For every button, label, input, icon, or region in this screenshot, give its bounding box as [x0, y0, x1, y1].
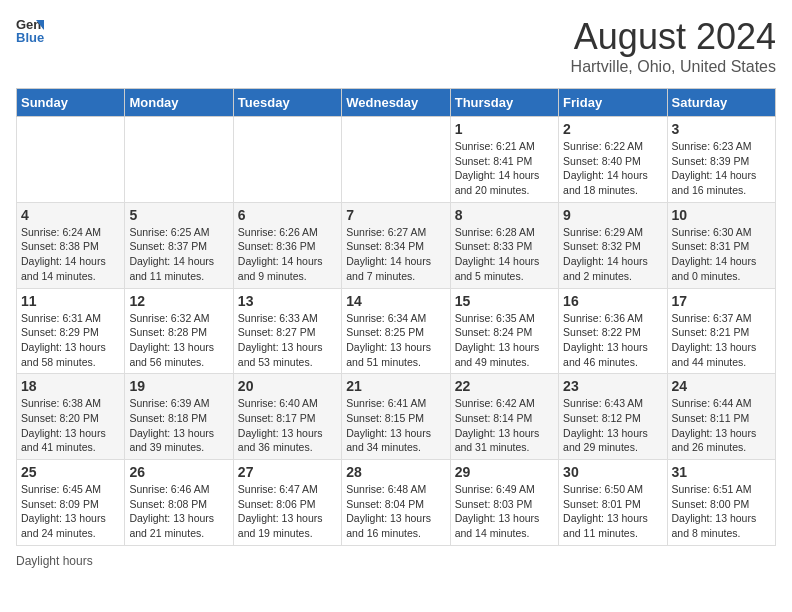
day-info: Sunrise: 6:42 AMSunset: 8:14 PMDaylight:… — [455, 396, 554, 455]
day-info: Sunrise: 6:31 AMSunset: 8:29 PMDaylight:… — [21, 311, 120, 370]
day-number: 3 — [672, 121, 771, 137]
day-number: 11 — [21, 293, 120, 309]
day-number: 31 — [672, 464, 771, 480]
day-number: 27 — [238, 464, 337, 480]
day-info: Sunrise: 6:25 AMSunset: 8:37 PMDaylight:… — [129, 225, 228, 284]
day-number: 30 — [563, 464, 662, 480]
table-row: 16 Sunrise: 6:36 AMSunset: 8:22 PMDaylig… — [559, 288, 667, 374]
calendar-week-row: 1 Sunrise: 6:21 AMSunset: 8:41 PMDayligh… — [17, 117, 776, 203]
day-number: 5 — [129, 207, 228, 223]
table-row: 19 Sunrise: 6:39 AMSunset: 8:18 PMDaylig… — [125, 374, 233, 460]
table-row: 18 Sunrise: 6:38 AMSunset: 8:20 PMDaylig… — [17, 374, 125, 460]
day-info: Sunrise: 6:27 AMSunset: 8:34 PMDaylight:… — [346, 225, 445, 284]
day-info: Sunrise: 6:36 AMSunset: 8:22 PMDaylight:… — [563, 311, 662, 370]
day-number: 15 — [455, 293, 554, 309]
col-thursday: Thursday — [450, 89, 558, 117]
table-row: 7 Sunrise: 6:27 AMSunset: 8:34 PMDayligh… — [342, 202, 450, 288]
day-number: 13 — [238, 293, 337, 309]
day-info: Sunrise: 6:22 AMSunset: 8:40 PMDaylight:… — [563, 139, 662, 198]
table-row: 8 Sunrise: 6:28 AMSunset: 8:33 PMDayligh… — [450, 202, 558, 288]
day-info: Sunrise: 6:30 AMSunset: 8:31 PMDaylight:… — [672, 225, 771, 284]
table-row: 31 Sunrise: 6:51 AMSunset: 8:00 PMDaylig… — [667, 460, 775, 546]
calendar-table: Sunday Monday Tuesday Wednesday Thursday… — [16, 88, 776, 546]
day-number: 23 — [563, 378, 662, 394]
table-row: 25 Sunrise: 6:45 AMSunset: 8:09 PMDaylig… — [17, 460, 125, 546]
day-number: 18 — [21, 378, 120, 394]
table-row: 10 Sunrise: 6:30 AMSunset: 8:31 PMDaylig… — [667, 202, 775, 288]
logo-icon: General Blue — [16, 16, 44, 44]
day-info: Sunrise: 6:45 AMSunset: 8:09 PMDaylight:… — [21, 482, 120, 541]
day-info: Sunrise: 6:24 AMSunset: 8:38 PMDaylight:… — [21, 225, 120, 284]
day-number: 14 — [346, 293, 445, 309]
day-number: 17 — [672, 293, 771, 309]
day-info: Sunrise: 6:41 AMSunset: 8:15 PMDaylight:… — [346, 396, 445, 455]
day-number: 2 — [563, 121, 662, 137]
title-area: August 2024 Hartville, Ohio, United Stat… — [571, 16, 776, 76]
table-row — [342, 117, 450, 203]
table-row — [17, 117, 125, 203]
day-info: Sunrise: 6:50 AMSunset: 8:01 PMDaylight:… — [563, 482, 662, 541]
table-row: 14 Sunrise: 6:34 AMSunset: 8:25 PMDaylig… — [342, 288, 450, 374]
day-number: 4 — [21, 207, 120, 223]
calendar-week-row: 11 Sunrise: 6:31 AMSunset: 8:29 PMDaylig… — [17, 288, 776, 374]
day-info: Sunrise: 6:48 AMSunset: 8:04 PMDaylight:… — [346, 482, 445, 541]
calendar-week-row: 4 Sunrise: 6:24 AMSunset: 8:38 PMDayligh… — [17, 202, 776, 288]
daylight-label: Daylight hours — [16, 554, 93, 568]
day-number: 16 — [563, 293, 662, 309]
table-row: 5 Sunrise: 6:25 AMSunset: 8:37 PMDayligh… — [125, 202, 233, 288]
day-info: Sunrise: 6:49 AMSunset: 8:03 PMDaylight:… — [455, 482, 554, 541]
day-number: 10 — [672, 207, 771, 223]
table-row: 4 Sunrise: 6:24 AMSunset: 8:38 PMDayligh… — [17, 202, 125, 288]
table-row: 13 Sunrise: 6:33 AMSunset: 8:27 PMDaylig… — [233, 288, 341, 374]
day-number: 19 — [129, 378, 228, 394]
table-row: 22 Sunrise: 6:42 AMSunset: 8:14 PMDaylig… — [450, 374, 558, 460]
day-info: Sunrise: 6:38 AMSunset: 8:20 PMDaylight:… — [21, 396, 120, 455]
svg-text:Blue: Blue — [16, 30, 44, 44]
table-row: 26 Sunrise: 6:46 AMSunset: 8:08 PMDaylig… — [125, 460, 233, 546]
subtitle: Hartville, Ohio, United States — [571, 58, 776, 76]
day-info: Sunrise: 6:34 AMSunset: 8:25 PMDaylight:… — [346, 311, 445, 370]
day-number: 1 — [455, 121, 554, 137]
table-row — [233, 117, 341, 203]
col-saturday: Saturday — [667, 89, 775, 117]
day-number: 29 — [455, 464, 554, 480]
day-info: Sunrise: 6:37 AMSunset: 8:21 PMDaylight:… — [672, 311, 771, 370]
day-info: Sunrise: 6:39 AMSunset: 8:18 PMDaylight:… — [129, 396, 228, 455]
table-row: 15 Sunrise: 6:35 AMSunset: 8:24 PMDaylig… — [450, 288, 558, 374]
day-info: Sunrise: 6:35 AMSunset: 8:24 PMDaylight:… — [455, 311, 554, 370]
table-row: 27 Sunrise: 6:47 AMSunset: 8:06 PMDaylig… — [233, 460, 341, 546]
calendar-body: 1 Sunrise: 6:21 AMSunset: 8:41 PMDayligh… — [17, 117, 776, 546]
table-row: 23 Sunrise: 6:43 AMSunset: 8:12 PMDaylig… — [559, 374, 667, 460]
table-row: 24 Sunrise: 6:44 AMSunset: 8:11 PMDaylig… — [667, 374, 775, 460]
day-number: 21 — [346, 378, 445, 394]
header: General Blue August 2024 Hartville, Ohio… — [16, 16, 776, 76]
day-info: Sunrise: 6:23 AMSunset: 8:39 PMDaylight:… — [672, 139, 771, 198]
day-info: Sunrise: 6:26 AMSunset: 8:36 PMDaylight:… — [238, 225, 337, 284]
day-info: Sunrise: 6:33 AMSunset: 8:27 PMDaylight:… — [238, 311, 337, 370]
col-wednesday: Wednesday — [342, 89, 450, 117]
day-info: Sunrise: 6:51 AMSunset: 8:00 PMDaylight:… — [672, 482, 771, 541]
col-sunday: Sunday — [17, 89, 125, 117]
table-row: 6 Sunrise: 6:26 AMSunset: 8:36 PMDayligh… — [233, 202, 341, 288]
col-tuesday: Tuesday — [233, 89, 341, 117]
table-row: 17 Sunrise: 6:37 AMSunset: 8:21 PMDaylig… — [667, 288, 775, 374]
main-title: August 2024 — [571, 16, 776, 58]
col-friday: Friday — [559, 89, 667, 117]
footer: Daylight hours — [16, 554, 776, 568]
table-row: 1 Sunrise: 6:21 AMSunset: 8:41 PMDayligh… — [450, 117, 558, 203]
table-row: 2 Sunrise: 6:22 AMSunset: 8:40 PMDayligh… — [559, 117, 667, 203]
logo: General Blue — [16, 16, 44, 44]
day-info: Sunrise: 6:32 AMSunset: 8:28 PMDaylight:… — [129, 311, 228, 370]
day-info: Sunrise: 6:43 AMSunset: 8:12 PMDaylight:… — [563, 396, 662, 455]
day-number: 9 — [563, 207, 662, 223]
table-row: 9 Sunrise: 6:29 AMSunset: 8:32 PMDayligh… — [559, 202, 667, 288]
table-row: 3 Sunrise: 6:23 AMSunset: 8:39 PMDayligh… — [667, 117, 775, 203]
day-number: 22 — [455, 378, 554, 394]
day-number: 25 — [21, 464, 120, 480]
table-row: 20 Sunrise: 6:40 AMSunset: 8:17 PMDaylig… — [233, 374, 341, 460]
day-number: 6 — [238, 207, 337, 223]
table-row: 28 Sunrise: 6:48 AMSunset: 8:04 PMDaylig… — [342, 460, 450, 546]
day-info: Sunrise: 6:44 AMSunset: 8:11 PMDaylight:… — [672, 396, 771, 455]
day-number: 24 — [672, 378, 771, 394]
day-number: 7 — [346, 207, 445, 223]
